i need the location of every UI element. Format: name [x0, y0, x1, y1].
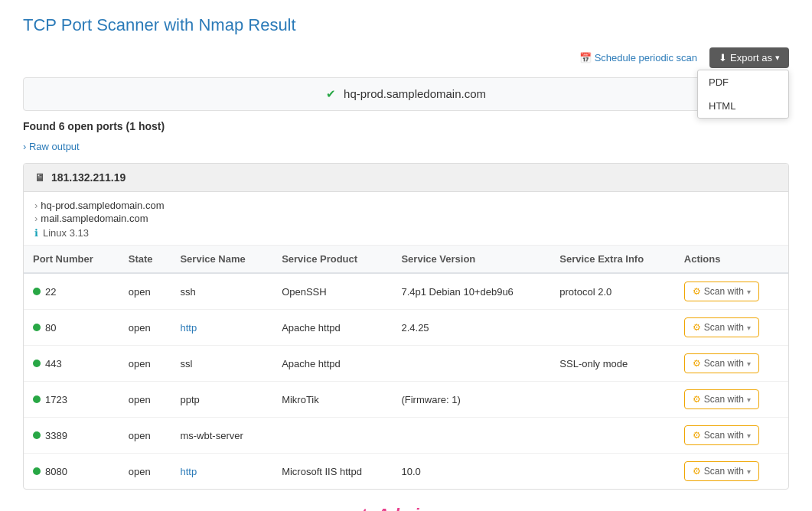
export-html-item[interactable]: HTML: [698, 94, 788, 118]
scan-label: Scan with: [704, 358, 744, 369]
cell-service-product: Apache httpd: [272, 346, 392, 382]
scan-label: Scan with: [704, 466, 744, 477]
export-button[interactable]: Export as ▾: [709, 47, 789, 68]
cell-state: open: [119, 346, 171, 382]
cell-port: 443: [24, 346, 119, 382]
host-header: 🖥 181.132.211.19: [24, 164, 788, 192]
cell-actions: ⚙Scan with▾: [675, 454, 788, 490]
service-name-link[interactable]: http: [180, 322, 197, 334]
gear-icon: ⚙: [693, 358, 701, 369]
cell-service-extra: [550, 310, 674, 346]
scan-with-button[interactable]: ⚙Scan with▾: [684, 389, 759, 409]
gear-icon: ⚙: [693, 394, 701, 405]
scan-label: Scan with: [704, 286, 744, 297]
port-value: 443: [45, 358, 62, 369]
export-pdf-item[interactable]: PDF: [698, 70, 788, 94]
service-name-link[interactable]: http: [180, 466, 197, 477]
gear-icon: ⚙: [693, 430, 701, 441]
chevron-icon-2: ›: [34, 213, 38, 224]
host-domain-1: › hq-prod.sampledomain.com: [34, 200, 778, 211]
table-row: 1723openpptpMikroTik(Firmware: 1)⚙Scan w…: [24, 382, 788, 418]
port-value: 80: [45, 322, 56, 334]
host-info: › hq-prod.sampledomain.com › mail.sample…: [24, 192, 788, 246]
host-os: ℹ Linux 3.13: [34, 227, 778, 239]
scan-with-button[interactable]: ⚙Scan with▾: [684, 353, 759, 373]
ports-table: Port Number State Service Name Service P…: [24, 246, 788, 489]
export-dropdown-container: Export as ▾ PDF HTML: [709, 47, 789, 68]
host-block: 🖥 181.132.211.19 › hq-prod.sampledomain.…: [23, 163, 789, 490]
scan-with-button[interactable]: ⚙Scan with▾: [684, 282, 759, 301]
cell-service-name[interactable]: http: [171, 310, 272, 346]
status-dot: [33, 288, 41, 295]
caret-icon: ▾: [747, 324, 751, 332]
caret-icon: ▾: [775, 53, 780, 63]
caret-icon: ▾: [747, 360, 751, 368]
scan-with-button[interactable]: ⚙Scan with▾: [684, 317, 759, 337]
scan-with-button[interactable]: ⚙Scan with▾: [684, 461, 759, 481]
page-title: TCP Port Scanner with Nmap Result: [23, 15, 789, 35]
port-value: 22: [45, 286, 56, 298]
status-dot: [33, 395, 41, 403]
host-domain-label-2: mail.sampledomain.com: [41, 213, 148, 224]
cell-service-extra: SSL-only mode: [550, 346, 674, 382]
chevron-icon-1: ›: [34, 200, 38, 211]
host-domain-label-1: hq-prod.sampledomain.com: [41, 200, 164, 211]
scan-with-button[interactable]: ⚙Scan with▾: [684, 425, 759, 445]
monitor-icon: 🖥: [34, 171, 45, 184]
download-icon: [719, 52, 727, 63]
cell-actions: ⚙Scan with▾: [675, 382, 788, 418]
col-service-version: Service Version: [392, 246, 550, 273]
col-actions: Actions: [675, 246, 788, 273]
cell-actions: ⚙Scan with▾: [675, 310, 788, 346]
caret-icon: ▾: [747, 288, 751, 296]
cell-service-name: ssl: [171, 346, 272, 382]
table-header-row: Port Number State Service Name Service P…: [24, 246, 788, 273]
port-value: 1723: [45, 394, 67, 405]
scan-label: Scan with: [704, 430, 744, 441]
caret-icon: ▾: [747, 431, 751, 440]
info-icon: ℹ: [34, 227, 38, 239]
scan-label: Scan with: [704, 394, 744, 405]
cell-service-version: [392, 346, 550, 382]
status-dot: [33, 360, 41, 367]
table-row: 443opensslApache httpdSSL-only mode⚙Scan…: [24, 346, 788, 382]
table-row: 8080openhttpMicrosoft IIS httpd10.0⚙Scan…: [24, 454, 788, 490]
cell-service-product: MikroTik: [272, 382, 392, 418]
cell-state: open: [119, 418, 171, 454]
host-ip: 181.132.211.19: [51, 171, 126, 184]
cell-port: 8080: [24, 454, 119, 490]
cell-service-extra: [550, 418, 674, 454]
schedule-link[interactable]: Schedule periodic scan: [579, 52, 697, 63]
host-banner: ✔ hq-prod.sampledomain.com: [23, 77, 789, 111]
caret-icon: ▾: [747, 395, 751, 404]
cell-service-name[interactable]: http: [171, 454, 272, 490]
cell-service-product: OpenSSH: [272, 273, 392, 310]
cell-service-product: Microsoft IIS httpd: [272, 454, 392, 490]
raw-output-link[interactable]: › Raw output: [23, 141, 80, 152]
cell-service-name: ms-wbt-server: [171, 418, 272, 454]
status-dot: [33, 431, 41, 439]
raw-output-label: › Raw output: [23, 141, 80, 152]
cell-state: open: [119, 382, 171, 418]
col-port-number: Port Number: [24, 246, 119, 273]
gear-icon: ⚙: [693, 322, 701, 333]
cell-state: open: [119, 310, 171, 346]
port-value: 3389: [45, 430, 67, 441]
cell-service-extra: [550, 454, 674, 490]
cell-service-name: ssh: [171, 273, 272, 310]
table-row: 22opensshOpenSSH7.4p1 Debian 10+deb9u6pr…: [24, 273, 788, 310]
table-row: 3389openms-wbt-server⚙Scan with▾: [24, 418, 788, 454]
cell-service-product: Apache httpd: [272, 310, 392, 346]
page-container: TCP Port Scanner with Nmap Result Schedu…: [0, 0, 812, 511]
export-dropdown-menu: PDF HTML: [697, 70, 789, 119]
cell-port: 3389: [24, 418, 119, 454]
status-dot: [33, 467, 41, 475]
schedule-label: Schedule periodic scan: [595, 52, 697, 63]
port-value: 8080: [45, 466, 67, 477]
col-state: State: [119, 246, 171, 273]
table-row: 80openhttpApache httpd2.4.25⚙Scan with▾: [24, 310, 788, 346]
caret-icon: ▾: [747, 467, 751, 476]
cell-service-version: [392, 418, 550, 454]
cell-actions: ⚙Scan with▾: [675, 346, 788, 382]
host-os-label: Linux 3.13: [43, 227, 89, 239]
